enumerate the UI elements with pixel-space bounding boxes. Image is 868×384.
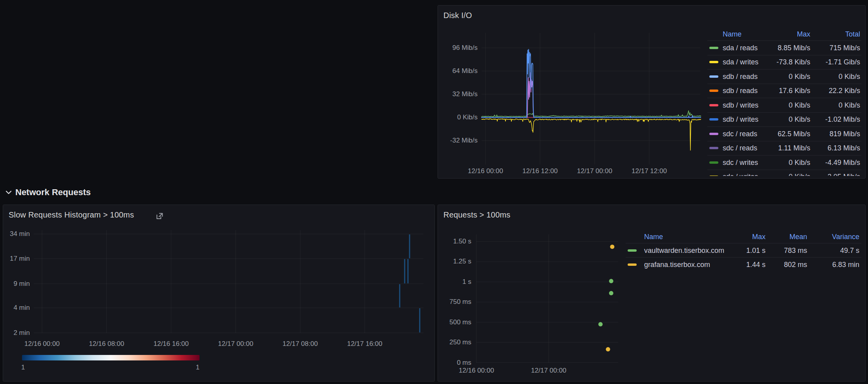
disk-cell-max: -73.8 Kib/s	[776, 58, 810, 66]
disk-col-header-name[interactable]: Name	[723, 30, 742, 38]
disk-x-tick-label: 12/16 12:00	[515, 167, 566, 175]
disk-x-tick-label: 12/17 00:00	[569, 167, 620, 175]
disk-cell-name[interactable]: sda / reads	[723, 44, 758, 52]
disk-legend-row: sdb / reads17.6 Kib/s22.2 Kib/s	[707, 84, 861, 98]
req-x-tick-label: 12/17 00:00	[523, 367, 574, 375]
disk-series-1	[482, 111, 703, 117]
disk-legend-row: sda / reads8.85 Mib/s715 Mib/s	[707, 40, 861, 55]
disk-y-tick-label: 32 Mib/s	[444, 90, 478, 98]
disk-cell-total: 0 Kib/s	[839, 101, 860, 109]
scatter-point-1-1	[606, 347, 610, 351]
disk-legend-row: sdc / writes0 Kib/s-2.05 Mib/s	[707, 170, 861, 176]
disk-cell-name[interactable]: sdb / writes	[723, 101, 758, 109]
series-color-swatch[interactable]	[709, 47, 718, 49]
req-y-tick-label: 500 ms	[439, 318, 471, 326]
req-y-tick-label: 1.50 s	[439, 238, 471, 245]
disk-series-8	[482, 73, 703, 117]
req-col-header-mean[interactable]: Mean	[789, 232, 807, 241]
req-x-tick-label: 12/16 00:00	[451, 367, 502, 375]
panel-title-requests-over-100ms[interactable]: Requests > 100ms	[443, 210, 511, 219]
panel-title-slow-requests-histogram[interactable]: Slow Requests Histogram > 100ms	[9, 210, 134, 219]
heatmap-cell-0	[399, 284, 400, 307]
color-scale-min-label: 1	[21, 364, 25, 371]
scatter-point-0-0	[609, 279, 613, 283]
section-title: Network Requests	[15, 187, 91, 197]
req-cell-max: 1.01 s	[746, 246, 765, 254]
series-color-swatch[interactable]	[628, 249, 637, 252]
panel-disk-io: Disk I/O NameMaxTotalsda / reads8.85 Mib…	[438, 5, 866, 179]
disk-cell-max: 0 Kib/s	[789, 101, 810, 109]
series-color-swatch[interactable]	[709, 104, 718, 106]
req-col-header-max[interactable]: Max	[752, 232, 765, 241]
disk-cell-max: 62.5 Mib/s	[778, 130, 810, 138]
req-col-header-name[interactable]: Name	[644, 232, 663, 241]
series-color-swatch[interactable]	[628, 263, 637, 266]
disk-col-header-total[interactable]: Total	[845, 30, 860, 38]
req-y-tick-label: 750 ms	[439, 298, 471, 306]
hist-x-tick-label: 12/17 16:00	[339, 340, 390, 348]
req-y-tick-label: 1 s	[439, 278, 471, 286]
hist-y-tick-label: 34 min	[5, 230, 30, 238]
disk-x-tick-label: 12/17 12:00	[624, 167, 675, 175]
hist-y-tick-label: 4 min	[5, 304, 30, 312]
req-legend-row: grafana.tiserbox.com1.44 s802 ms6.83 min	[626, 257, 861, 271]
series-color-swatch[interactable]	[709, 118, 718, 121]
panel-title-disk-io[interactable]: Disk I/O	[443, 11, 472, 20]
disk-cell-name[interactable]: sdc / reads	[723, 130, 757, 138]
req-y-tick-label: 1.25 s	[439, 258, 471, 265]
series-color-swatch[interactable]	[709, 61, 718, 63]
req-cell-name[interactable]: vaultwarden.tiserbox.com	[644, 246, 724, 254]
req-col-header-variance[interactable]: Variance	[832, 232, 859, 241]
req-cell-variance: 6.83 min	[832, 260, 859, 269]
req-legend-row: vaultwarden.tiserbox.com1.01 s783 ms49.7…	[626, 243, 861, 257]
disk-legend-row: sdb / writes0 Kib/s0 Kib/s	[707, 98, 861, 112]
color-scale-max-label: 1	[172, 364, 200, 371]
heatmap-cell-1	[404, 259, 405, 283]
disk-cell-max: 0 Kib/s	[789, 115, 810, 124]
chevron-down-icon	[5, 190, 12, 194]
disk-cell-total: 6.13 Mib/s	[828, 144, 860, 152]
external-link-icon[interactable]	[155, 212, 164, 221]
hist-x-tick-label: 12/17 08:00	[275, 340, 326, 348]
disk-y-tick-label: 96 Mib/s	[444, 44, 478, 52]
disk-legend-row: sdc / writes0 Kib/s-4.49 Mib/s	[707, 155, 861, 170]
disk-y-tick-label: -32 Mib/s	[444, 137, 478, 144]
disk-cell-total: -4.49 Mib/s	[825, 158, 860, 166]
section-row-network-requests[interactable]: Network Requests	[5, 186, 91, 199]
requests-legend: NameMaxMeanVariancevaultwarden.tiserbox.…	[626, 230, 861, 271]
disk-cell-name[interactable]: sdb / writes	[723, 115, 758, 124]
disk-cell-name[interactable]: sdc / writes	[723, 158, 758, 166]
disk-cell-max: 8.85 Mib/s	[778, 44, 810, 52]
disk-cell-name[interactable]: sdc / writes	[723, 173, 758, 176]
panel-slow-requests-histogram: Slow Requests Histogram > 100ms 34 min17…	[3, 205, 435, 382]
disk-cell-total: 0 Kib/s	[839, 72, 860, 80]
disk-legend-header: NameMaxTotal	[707, 28, 861, 40]
disk-io-legend: NameMaxTotalsda / reads8.85 Mib/s715 Mib…	[707, 28, 861, 176]
hist-x-tick-label: 12/16 00:00	[16, 340, 68, 348]
disk-series-9	[482, 49, 703, 117]
disk-cell-max: 0 Kib/s	[789, 72, 810, 80]
disk-cell-max: 17.6 Kib/s	[779, 87, 810, 95]
disk-cell-name[interactable]: sdb / reads	[723, 87, 758, 95]
series-color-swatch[interactable]	[709, 147, 718, 149]
series-color-swatch[interactable]	[709, 176, 718, 176]
heatmap-cell-2	[407, 259, 408, 283]
req-cell-name[interactable]: grafana.tiserbox.com	[644, 260, 710, 269]
req-y-tick-label: 250 ms	[439, 338, 471, 346]
disk-cell-max: 0 Kib/s	[789, 173, 810, 176]
disk-cell-name[interactable]: sda / writes	[723, 58, 758, 66]
series-color-swatch[interactable]	[709, 75, 718, 78]
series-color-swatch[interactable]	[709, 133, 718, 135]
disk-col-header-max[interactable]: Max	[797, 30, 810, 38]
disk-cell-max: 1.11 Mib/s	[778, 144, 810, 152]
series-color-swatch[interactable]	[709, 90, 718, 92]
hist-x-tick-label: 12/16 08:00	[81, 340, 132, 348]
disk-cell-total: -1.71 Gib/s	[826, 58, 860, 66]
disk-cell-name[interactable]: sdc / reads	[723, 144, 757, 152]
series-color-swatch[interactable]	[709, 161, 718, 164]
disk-cell-name[interactable]: sdb / reads	[723, 72, 758, 80]
disk-x-tick-label: 12/16 00:00	[460, 167, 511, 175]
hist-y-tick-label: 2 min	[5, 329, 30, 337]
disk-cell-total: 715 Mib/s	[830, 44, 860, 52]
hist-x-tick-label: 12/17 00:00	[210, 340, 261, 348]
